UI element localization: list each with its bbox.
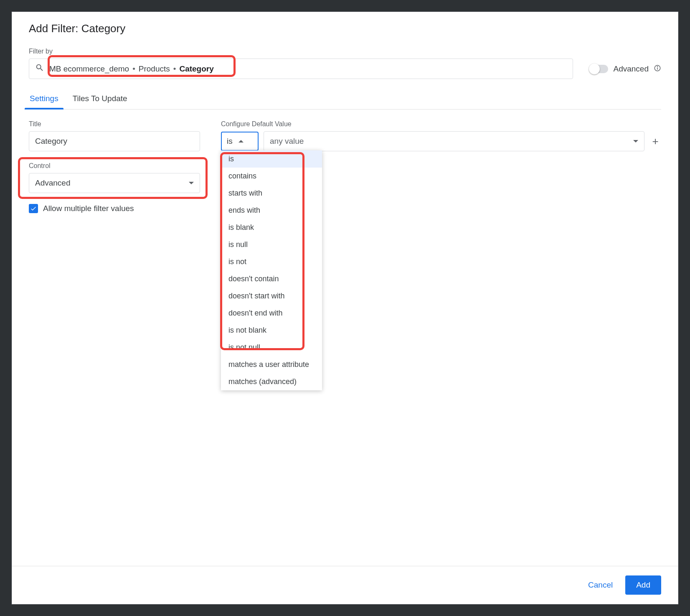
dropdown-item[interactable]: matches a user attribute xyxy=(221,356,322,373)
dropdown-item[interactable]: is xyxy=(221,150,322,168)
default-value-row: is any value + is contains starts with e… xyxy=(221,131,661,151)
dropdown-item[interactable]: doesn't contain xyxy=(221,270,322,288)
add-button[interactable]: Add xyxy=(625,575,661,595)
operator-dropdown: is contains starts with ends with is bla… xyxy=(221,150,322,390)
settings-grid: Title Control Advanced Allow multiple fi… xyxy=(29,120,661,213)
toggle-knob xyxy=(589,64,600,74)
filter-by-row: MB ecommerce_demo • Products • Category … xyxy=(29,59,661,79)
filter-by-input[interactable]: MB ecommerce_demo • Products • Category xyxy=(29,59,573,79)
breadcrumb-mid: Products xyxy=(139,64,170,74)
add-filter-dialog: Add Filter: Category Filter by MB ecomme… xyxy=(12,12,678,604)
control-select[interactable]: Advanced xyxy=(29,173,200,193)
dialog-footer: Cancel Add xyxy=(12,566,678,604)
breadcrumb-sep: • xyxy=(132,64,135,74)
add-condition-button[interactable]: + xyxy=(649,135,661,147)
chevron-down-icon xyxy=(633,140,638,143)
title-input[interactable] xyxy=(29,131,200,151)
advanced-toggle[interactable] xyxy=(590,65,608,73)
tab-settings[interactable]: Settings xyxy=(29,90,59,109)
svg-point-2 xyxy=(657,66,658,66)
dropdown-item[interactable]: is not null xyxy=(221,339,322,356)
dropdown-item[interactable]: starts with xyxy=(221,185,322,202)
tab-tiles-to-update[interactable]: Tiles To Update xyxy=(72,90,128,109)
operator-select[interactable]: is xyxy=(221,132,259,151)
dropdown-item[interactable]: ends with xyxy=(221,202,322,219)
dropdown-item[interactable]: matches (advanced) xyxy=(221,373,322,390)
dialog-header: Add Filter: Category xyxy=(12,12,678,48)
dropdown-item[interactable]: is not blank xyxy=(221,322,322,339)
filter-by-label: Filter by xyxy=(29,48,661,55)
dialog-body: Filter by MB ecommerce_demo • Products •… xyxy=(12,48,678,566)
default-value-label: Configure Default Value xyxy=(221,120,661,128)
operator-value: is xyxy=(227,137,233,146)
settings-right-column: Configure Default Value is any value + i… xyxy=(221,120,661,213)
allow-multiple-checkbox[interactable] xyxy=(29,204,38,213)
tabs: Settings Tiles To Update xyxy=(29,90,661,109)
dropdown-item[interactable]: contains xyxy=(221,168,322,185)
cancel-button[interactable]: Cancel xyxy=(586,576,615,594)
dropdown-item[interactable]: is null xyxy=(221,236,322,253)
allow-multiple-label: Allow multiple filter values xyxy=(43,204,134,213)
search-icon xyxy=(35,63,44,74)
title-label: Title xyxy=(29,120,200,128)
advanced-toggle-group: Advanced xyxy=(590,64,661,74)
value-placeholder: any value xyxy=(270,137,304,146)
dialog-title: Add Filter: Category xyxy=(29,22,661,35)
info-icon[interactable] xyxy=(654,64,661,74)
dropdown-item[interactable]: doesn't start with xyxy=(221,288,322,305)
dropdown-item[interactable]: doesn't end with xyxy=(221,305,322,322)
chevron-up-icon xyxy=(238,140,244,143)
breadcrumb-root: MB ecommerce_demo xyxy=(49,64,129,74)
breadcrumb-sep: • xyxy=(173,64,176,74)
control-value: Advanced xyxy=(35,178,71,188)
breadcrumb-leaf: Category xyxy=(179,64,213,74)
control-block: Control Advanced xyxy=(29,162,200,193)
settings-left-column: Title Control Advanced Allow multiple fi… xyxy=(29,120,200,213)
advanced-toggle-label: Advanced xyxy=(613,64,649,74)
chevron-down-icon xyxy=(189,182,194,184)
dropdown-item[interactable]: is blank xyxy=(221,219,322,236)
control-label: Control xyxy=(29,162,200,170)
dropdown-item[interactable]: is not xyxy=(221,253,322,270)
allow-multiple-row[interactable]: Allow multiple filter values xyxy=(29,204,200,213)
value-select[interactable]: any value xyxy=(264,131,644,151)
filter-breadcrumb: MB ecommerce_demo • Products • Category xyxy=(49,64,567,74)
